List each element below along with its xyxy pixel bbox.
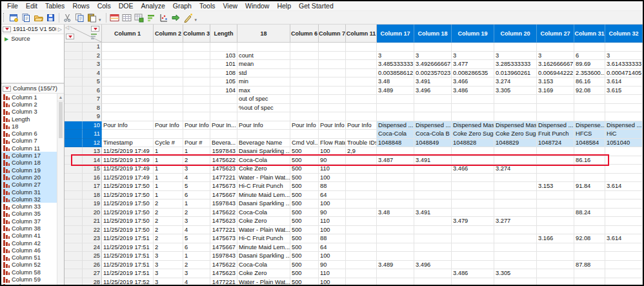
cell[interactable]: 0.006944222 <box>537 69 574 78</box>
cell[interactable]: Coke Zero Sugar ... <box>494 130 537 139</box>
cell[interactable]: 3 <box>414 52 452 61</box>
cell[interactable]: 500 <box>290 147 319 156</box>
cell[interactable]: 3.274 <box>494 77 537 87</box>
menu-help[interactable]: Help <box>273 2 295 10</box>
cell[interactable] <box>290 87 319 96</box>
cell[interactable] <box>452 174 494 183</box>
row-state-cell[interactable] <box>65 252 83 261</box>
row-number[interactable]: 28 <box>83 278 102 285</box>
cell[interactable]: Beverage Name <box>237 139 290 148</box>
row-number[interactable]: 22 <box>83 226 102 235</box>
sidebar-item-column-38[interactable]: Column 38 <box>1 225 57 232</box>
cell[interactable] <box>452 147 494 156</box>
cell[interactable] <box>574 112 605 121</box>
cell[interactable] <box>574 104 605 113</box>
cell[interactable] <box>414 243 452 252</box>
cell[interactable]: Dispensed ... <box>377 121 414 130</box>
cell[interactable] <box>414 182 452 191</box>
cell[interactable] <box>414 234 452 243</box>
cell[interactable]: 1051040 <box>605 139 643 148</box>
cell[interactable]: Pour Info <box>154 121 183 130</box>
cell[interactable] <box>377 234 414 243</box>
row-number[interactable]: 1 <box>83 43 102 52</box>
cell[interactable]: 1475667 <box>210 243 237 252</box>
cell[interactable] <box>494 243 537 252</box>
cell[interactable]: 11/25/2019 17:51 <box>102 269 154 278</box>
menu-cols[interactable]: Cols <box>94 2 115 10</box>
cell[interactable]: 1597843 <box>210 252 237 261</box>
cell[interactable]: Pour Info <box>237 121 290 130</box>
cell[interactable]: 1597843 <box>210 147 237 156</box>
row-number[interactable]: 7 <box>83 95 102 104</box>
cell[interactable] <box>346 252 377 261</box>
cell[interactable]: 3.48 <box>377 77 414 87</box>
cell[interactable]: Dasani Sparkling ... <box>237 199 290 209</box>
cell[interactable]: 1475622 <box>210 209 237 218</box>
cell[interactable] <box>574 243 605 252</box>
cell[interactable]: 3.491 <box>414 77 452 87</box>
row-state-cell[interactable] <box>65 95 83 104</box>
cell[interactable]: min <box>237 77 290 87</box>
cell[interactable] <box>346 43 377 52</box>
cell[interactable] <box>346 52 377 61</box>
cell[interactable]: 3.274 <box>494 165 537 174</box>
cell[interactable]: 1048584 <box>574 139 605 148</box>
cell[interactable] <box>377 95 414 104</box>
column-header-column-31[interactable]: Column 31 <box>574 25 605 43</box>
cell[interactable]: 92.08 <box>574 87 605 96</box>
menu-tools[interactable]: Tools <box>196 2 219 10</box>
cell[interactable]: std <box>237 69 290 78</box>
cell[interactable]: 3.614 <box>605 182 643 191</box>
cell[interactable] <box>414 191 452 200</box>
cell[interactable] <box>574 165 605 174</box>
cell[interactable] <box>102 130 154 139</box>
cell[interactable] <box>494 156 537 165</box>
cell[interactable] <box>102 87 154 96</box>
cell[interactable] <box>102 69 154 78</box>
panel-expand-icon[interactable]: ▷ <box>58 26 63 32</box>
cell[interactable]: 100 <box>319 147 346 156</box>
cell[interactable]: 90 <box>319 156 346 165</box>
cell[interactable]: 1048848 <box>377 139 414 148</box>
column-header-length[interactable]: Length <box>210 25 237 43</box>
cell[interactable]: 3.614 <box>605 77 643 87</box>
cell[interactable] <box>494 191 537 200</box>
cut-icon[interactable] <box>61 12 74 24</box>
cell[interactable] <box>102 104 154 113</box>
cell[interactable] <box>452 278 494 285</box>
cell[interactable] <box>452 199 494 209</box>
cell[interactable] <box>102 43 154 52</box>
cell[interactable]: 500 <box>290 217 319 226</box>
cell[interactable]: 1048724 <box>537 139 574 148</box>
cell[interactable]: 1048828 <box>452 139 494 148</box>
cell[interactable] <box>377 243 414 252</box>
cell[interactable]: 3.466 <box>452 77 494 87</box>
cell[interactable]: Dispensed ... <box>605 121 643 130</box>
cell[interactable] <box>102 95 154 104</box>
copy-icon[interactable] <box>74 12 86 24</box>
row-state-cell[interactable] <box>65 234 83 243</box>
cell[interactable]: 6 <box>183 243 210 252</box>
cell[interactable] <box>537 104 574 113</box>
cell[interactable] <box>605 147 643 156</box>
cell[interactable]: 3.305 <box>494 87 537 96</box>
cell[interactable]: Cycle # <box>154 139 183 148</box>
cell[interactable]: 11/25/2019 17:49 <box>102 174 154 183</box>
cell[interactable] <box>574 95 605 104</box>
cell[interactable] <box>346 217 377 226</box>
cell[interactable]: 3 <box>537 52 574 61</box>
cell[interactable] <box>183 69 210 78</box>
cell[interactable]: Pour # <box>183 139 210 148</box>
cell[interactable]: 3 <box>605 52 643 61</box>
cell[interactable]: 1 <box>154 147 183 156</box>
cell[interactable]: 108 <box>210 69 237 78</box>
cell[interactable] <box>414 104 452 113</box>
cell[interactable] <box>574 147 605 156</box>
menu-rows[interactable]: Rows <box>68 2 93 10</box>
cell[interactable] <box>319 95 346 104</box>
cell[interactable] <box>605 217 643 226</box>
cell[interactable] <box>452 95 494 104</box>
column-header-column-20[interactable]: Column 20 <box>494 25 537 43</box>
toolbar-overflow-icon[interactable]: ▾ <box>99 17 101 23</box>
cell[interactable]: 3.614333333 <box>605 60 643 69</box>
